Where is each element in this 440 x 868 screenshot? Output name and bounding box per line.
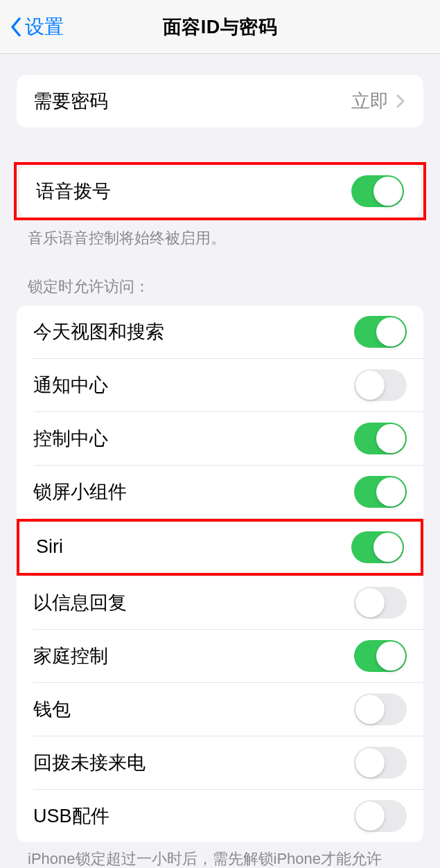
chevron-left-icon	[8, 15, 24, 39]
passcode-group: 需要密码 立即	[17, 75, 423, 127]
lock-access-group: 今天视图和搜索通知中心控制中心锁屏小组件Siri以信息回复家庭控制钱包回拨未接来…	[17, 305, 423, 842]
lock-access-toggle-usb-[interactable]	[354, 800, 407, 832]
lock-access-label: Siri	[36, 536, 63, 558]
lock-access-toggle--[interactable]	[354, 693, 407, 725]
lock-access-label: 家庭控制	[33, 644, 108, 668]
lock-access-row-siri: Siri	[17, 519, 423, 576]
lock-access-toggle--[interactable]	[354, 476, 407, 508]
lock-access-label: 钱包	[33, 697, 71, 722]
lock-access-label: 以信息回复	[33, 590, 127, 615]
lock-access-row--: 钱包	[17, 683, 423, 736]
lock-access-row--: 回拨未接来电	[17, 736, 423, 789]
usb-footer: iPhone锁定超过一小时后，需先解锁iPhone才能允许USB配件连接。	[0, 842, 440, 868]
lock-access-row--: 通知中心	[17, 359, 423, 411]
lock-access-row-usb-: USB配件	[17, 790, 423, 842]
require-passcode-label: 需要密码	[33, 89, 108, 114]
lock-access-toggle--[interactable]	[354, 316, 407, 348]
lock-access-row--: 控制中心	[17, 412, 423, 465]
voice-dial-toggle[interactable]	[351, 175, 404, 207]
lock-access-row--: 家庭控制	[17, 630, 423, 682]
lock-access-row--: 以信息回复	[17, 576, 423, 629]
lock-access-row--: 今天视图和搜索	[17, 305, 423, 358]
lock-access-toggle--[interactable]	[354, 747, 407, 779]
chevron-right-icon	[394, 92, 407, 110]
lock-access-toggle--[interactable]	[354, 640, 407, 672]
voice-dial-row: 语音拨号	[19, 165, 421, 218]
highlight-voice-dial: 语音拨号	[14, 162, 426, 220]
lock-access-label: 锁屏小组件	[33, 479, 127, 504]
lock-access-toggle-siri[interactable]	[351, 531, 404, 563]
lock-access-toggle--[interactable]	[354, 369, 407, 401]
voice-dial-footer: 音乐语音控制将始终被启用。	[0, 220, 440, 249]
lock-access-header: 锁定时允许访问：	[0, 249, 440, 305]
back-label: 设置	[25, 14, 64, 40]
lock-access-label: 回拨未接来电	[33, 750, 146, 775]
require-passcode-row[interactable]: 需要密码 立即	[17, 75, 423, 127]
require-passcode-value: 立即	[351, 89, 389, 114]
navigation-bar: 设置 面容ID与密码	[0, 0, 440, 54]
page-title: 面容ID与密码	[163, 15, 278, 39]
lock-access-label: USB配件	[33, 804, 109, 829]
lock-access-row--: 锁屏小组件	[17, 466, 423, 518]
lock-access-label: 今天视图和搜索	[33, 319, 164, 344]
lock-access-toggle--[interactable]	[354, 423, 407, 454]
back-button[interactable]: 设置	[8, 14, 64, 40]
lock-access-toggle--[interactable]	[354, 587, 407, 619]
voice-dial-group: 语音拨号	[19, 165, 421, 218]
voice-dial-label: 语音拨号	[36, 179, 111, 204]
lock-access-label: 通知中心	[33, 373, 108, 398]
lock-access-label: 控制中心	[33, 426, 108, 451]
